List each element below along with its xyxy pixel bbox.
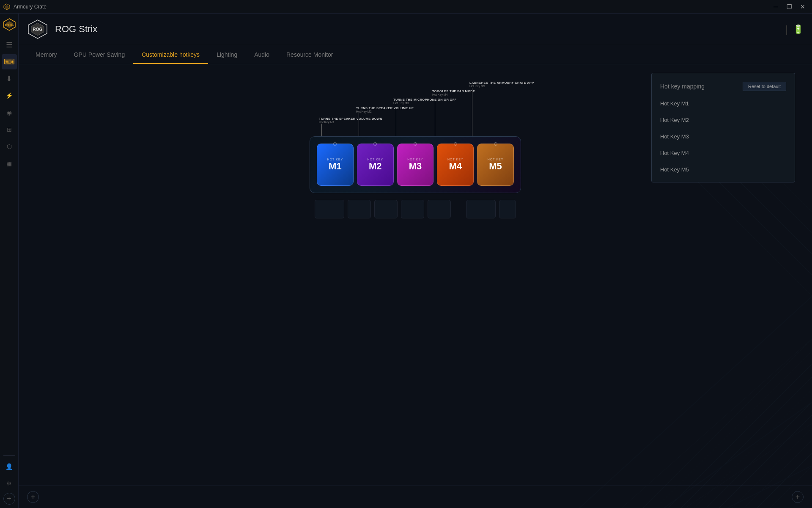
sidebar-bottom: 👤 ⚙ + xyxy=(2,453,17,505)
key-m5-dot xyxy=(494,142,497,146)
panel-title: Hot key mapping xyxy=(660,83,705,90)
keyboard-stub-gap xyxy=(454,200,463,218)
key-m1-dot xyxy=(333,142,337,146)
boost-icon: ⚡ xyxy=(5,92,13,99)
key-m5-main-label: M5 xyxy=(489,161,502,172)
sidebar-item-keyboard[interactable]: ⌨ xyxy=(2,54,17,69)
sidebar-item-download[interactable]: ⬇ xyxy=(2,71,17,86)
callout-m5-label: LAUNCHES THE ARMOURY CRATE APP xyxy=(469,81,534,85)
key-card-m1[interactable]: HOT KEY M1 xyxy=(317,144,354,186)
callout-area: TURNS THE SPEAKER VOLUME DOWN Hot Key M1… xyxy=(310,81,521,136)
sidebar-item-user[interactable]: 👤 xyxy=(2,459,17,474)
callout-m4-line xyxy=(435,96,435,136)
add-button-left[interactable]: + xyxy=(27,491,39,503)
tab-resource-monitor[interactable]: Resource Monitor xyxy=(278,45,342,64)
key-m1-main-label: M1 xyxy=(329,161,342,172)
menu-icon: ☰ xyxy=(6,40,13,50)
key-card-m4[interactable]: HOT KEY M4 xyxy=(437,144,474,186)
app-title: Armoury Crate xyxy=(14,4,47,10)
hotkey-item-m5[interactable]: Hot Key M5 xyxy=(660,166,786,174)
callout-m3-line xyxy=(396,105,396,136)
callout-m4: TOGGLES THE FAN MODE Hot Key M4 xyxy=(432,89,475,136)
key-m2-dot xyxy=(373,142,377,146)
window-controls: ─ ❐ ✕ xyxy=(770,1,809,13)
hotkey-item-m4[interactable]: Hot Key M4 xyxy=(660,149,786,157)
keyboard-stub-3 xyxy=(374,200,398,218)
minimize-button[interactable]: ─ xyxy=(770,1,782,13)
key-m3-main-label: M3 xyxy=(409,161,422,172)
reset-to-default-button[interactable]: Reset to default xyxy=(743,82,786,91)
rog-logo: ROG xyxy=(2,17,17,32)
header: ROG ROG Strix | 🔋 xyxy=(19,14,812,45)
callout-m1-sublabel: Hot Key M1 xyxy=(319,121,335,124)
hotkey-item-m2[interactable]: Hot Key M2 xyxy=(660,116,786,124)
device-name: ROG Strix xyxy=(55,24,97,35)
plus-icon: + xyxy=(7,494,11,503)
tab-memory[interactable]: Memory xyxy=(27,45,66,64)
sidebar-item-settings[interactable]: ⚙ xyxy=(2,476,17,491)
key-card-m2[interactable]: HOT KEY M2 xyxy=(357,144,394,186)
hotkey-item-m3[interactable]: Hot Key M3 xyxy=(660,133,786,141)
sidebar-item-hardware[interactable]: ▦ xyxy=(2,156,17,171)
restore-button[interactable]: ❐ xyxy=(783,1,795,13)
key-m3-top-label: HOT KEY xyxy=(407,158,423,161)
sidebar-item-tag[interactable]: ⬡ xyxy=(2,139,17,154)
tab-gpu-power-saving[interactable]: GPU Power Saving xyxy=(66,45,134,64)
bottom-bar: + + xyxy=(19,486,812,508)
hardware-icon: ▦ xyxy=(6,160,12,167)
key-m1-top-label: HOT KEY xyxy=(327,158,343,161)
key-m2-main-label: M2 xyxy=(369,161,382,172)
key-card-m3[interactable]: HOT KEY M3 xyxy=(397,144,434,186)
sidebar-item-boost[interactable]: ⚡ xyxy=(2,88,17,103)
key-m4-main-label: M4 xyxy=(449,161,462,172)
sidebar-divider xyxy=(3,455,15,456)
sidebar-add-button[interactable]: + xyxy=(3,493,15,505)
keyboard-icon: ⌨ xyxy=(4,57,15,66)
callout-m4-label: TOGGLES THE FAN MODE xyxy=(432,89,475,93)
hotkey-list: Hot Key M1 Hot Key M2 Hot Key M3 Hot Key… xyxy=(660,99,786,174)
download-icon: ⬇ xyxy=(6,74,12,83)
sidebar-item-sliders[interactable]: ⊞ xyxy=(2,122,17,137)
hotkey-section: TURNS THE SPEAKER VOLUME DOWN Hot Key M1… xyxy=(19,64,812,508)
panel-header: Hot key mapping Reset to default xyxy=(660,82,786,91)
keyboard-stub-7 xyxy=(499,200,516,218)
add-left-icon: + xyxy=(31,493,36,502)
callout-m4-sublabel: Hot Key M4 xyxy=(432,93,448,96)
callout-m3-sublabel: Hot Key M3 xyxy=(393,102,409,105)
callout-m2-sublabel: Hot Key M2 xyxy=(356,110,372,113)
svg-text:ROG: ROG xyxy=(33,27,43,32)
sliders-icon: ⊞ xyxy=(7,126,12,133)
sidebar: ROG ☰ ⌨ ⬇ ⚡ ◉ ⊞ ⬡ ▦ 👤 xyxy=(0,14,19,508)
svg-text:ROG: ROG xyxy=(5,23,14,27)
title-bar: Armoury Crate ─ ❐ ✕ xyxy=(0,0,812,14)
callout-m5-sublabel: Hot Key M5 xyxy=(469,85,485,88)
settings-icon: ⚙ xyxy=(6,480,12,487)
sidebar-item-camera[interactable]: ◉ xyxy=(2,105,17,120)
user-icon: 👤 xyxy=(5,463,13,470)
close-button[interactable]: ✕ xyxy=(797,1,809,13)
callout-m1-line xyxy=(321,124,322,136)
rog-logo-large: ROG xyxy=(27,19,48,40)
keyboard-stub-6 xyxy=(466,200,496,218)
camera-icon: ◉ xyxy=(7,109,12,116)
tab-audio[interactable]: Audio xyxy=(246,45,278,64)
add-button-right[interactable]: + xyxy=(792,491,804,503)
keyboard-stubs xyxy=(310,200,521,218)
hotkey-item-m1[interactable]: Hot Key M1 xyxy=(660,99,786,108)
keyboard-stub-1 xyxy=(315,200,344,218)
main-content: ROG ROG Strix | 🔋 Memory GPU Power Savin… xyxy=(19,14,812,508)
battery-separator-icon: | xyxy=(785,23,788,35)
tab-lighting[interactable]: Lighting xyxy=(208,45,246,64)
content-area: TURNS THE SPEAKER VOLUME DOWN Hot Key M1… xyxy=(19,64,812,508)
keyboard-stub-5 xyxy=(428,200,451,218)
app-body: ROG ☰ ⌨ ⬇ ⚡ ◉ ⊞ ⬡ ▦ 👤 xyxy=(0,14,812,508)
app-icon xyxy=(3,3,10,10)
tab-customizable-hotkeys[interactable]: Customizable hotkeys xyxy=(133,45,208,64)
key-m5-top-label: HOT KEY xyxy=(488,158,504,161)
key-card-m5[interactable]: HOT KEY M5 xyxy=(477,144,514,186)
key-m4-top-label: HOT KEY xyxy=(447,158,464,161)
key-cards-row: HOT KEY M1 HOT KEY M2 HOT KEY xyxy=(310,136,521,193)
tag-icon: ⬡ xyxy=(7,143,12,150)
sidebar-item-menu[interactable]: ☰ xyxy=(2,37,17,52)
callout-m2-line xyxy=(359,113,359,136)
